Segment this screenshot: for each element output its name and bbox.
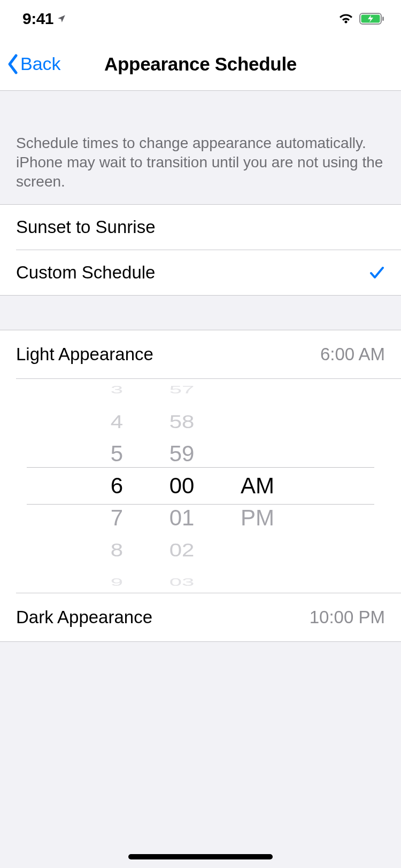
status-bar: 9:41 xyxy=(0,0,401,37)
dark-value: 10:00 PM xyxy=(310,607,385,627)
schedule-options-group: Sunset to Sunrise Custom Schedule xyxy=(0,204,401,296)
picker-item: PM xyxy=(241,502,310,534)
option-label: Custom Schedule xyxy=(16,262,369,283)
home-indicator[interactable] xyxy=(128,854,273,859)
light-value: 6:00 AM xyxy=(320,344,385,365)
back-label: Back xyxy=(20,53,61,74)
picker-item: 9 xyxy=(48,574,123,590)
location-icon xyxy=(57,14,66,24)
status-time: 9:41 xyxy=(22,10,53,28)
picker-item-selected: AM xyxy=(241,470,310,502)
picker-item-selected: 6 xyxy=(48,470,123,502)
battery-charging-icon xyxy=(359,12,385,25)
chevron-left-icon xyxy=(6,53,19,75)
light-appearance-row[interactable]: Light Appearance 6:00 AM xyxy=(0,330,401,378)
picker-item: 4 xyxy=(48,408,123,436)
option-label: Sunset to Sunrise xyxy=(16,217,385,237)
picker-item: 57 xyxy=(139,382,225,398)
appearance-times-group: Light Appearance 6:00 AM 3 4 5 6 7 8 9 5… xyxy=(0,330,401,642)
picker-item: 5 xyxy=(48,438,123,470)
picker-item: 02 xyxy=(139,537,225,564)
light-label: Light Appearance xyxy=(16,344,320,365)
picker-item: 59 xyxy=(139,438,225,470)
picker-ampm-column[interactable]: . . . AM PM . . xyxy=(225,374,310,598)
checkmark-icon xyxy=(369,265,385,281)
picker-item: 03 xyxy=(139,574,225,590)
back-button[interactable]: Back xyxy=(6,53,61,75)
picker-minutes-column[interactable]: 57 58 59 00 01 02 03 xyxy=(139,374,225,598)
picker-item: 3 xyxy=(48,382,123,398)
picker-hours-column[interactable]: 3 4 5 6 7 8 9 xyxy=(48,374,139,598)
dark-label: Dark Appearance xyxy=(16,607,310,627)
option-custom-schedule[interactable]: Custom Schedule xyxy=(0,250,401,295)
nav-bar: Back Appearance Schedule xyxy=(0,37,401,91)
picker-item: 01 xyxy=(139,502,225,534)
picker-item: 7 xyxy=(48,502,123,534)
svg-rect-2 xyxy=(382,17,384,21)
picker-item: 58 xyxy=(139,408,225,436)
schedule-description: Schedule times to change appearance auto… xyxy=(0,91,401,204)
option-sunset-to-sunrise[interactable]: Sunset to Sunrise xyxy=(0,205,401,250)
dark-appearance-row[interactable]: Dark Appearance 10:00 PM xyxy=(0,593,401,641)
picker-item: 8 xyxy=(48,537,123,564)
picker-item-selected: 00 xyxy=(139,470,225,502)
wifi-icon xyxy=(338,13,354,25)
time-picker[interactable]: 3 4 5 6 7 8 9 57 58 59 00 01 02 03 xyxy=(0,379,401,593)
